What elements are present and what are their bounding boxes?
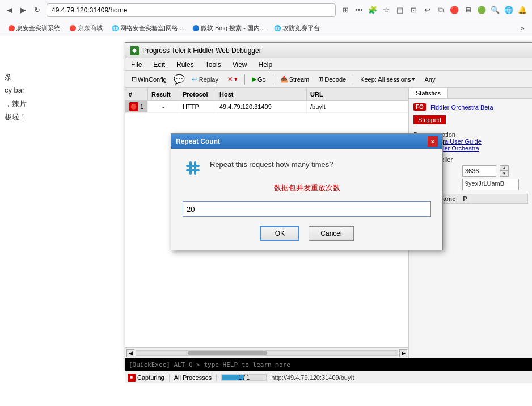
- dialog-subtitle: 数据包并发重放次数: [183, 183, 431, 193]
- fiddler-statusbar: ■ Capturing All Processes 1 / 1 http://4…: [125, 371, 532, 383]
- dialog-buttons: OK Cancel: [183, 226, 431, 241]
- dialog-header-row: Repeat this request how many times?: [183, 158, 431, 178]
- bookmark-item-3[interactable]: 🔵 微软 Bing 搜索 - 国内...: [189, 23, 268, 34]
- bookmark-item-0[interactable]: 🔴 息安全实训系统: [5, 23, 64, 34]
- svg-rect-0: [189, 161, 192, 175]
- dialog-content: Repeat this request how many times? 数据包并…: [171, 149, 442, 250]
- svg-rect-1: [194, 161, 196, 175]
- shield-icon[interactable]: 🔴: [449, 5, 459, 15]
- processes-label: All Processes: [174, 374, 212, 381]
- bookmark-label-1: 京东商城: [78, 24, 103, 32]
- more-icon[interactable]: •••: [354, 5, 364, 15]
- fiddler-window: ◆ Progress Telerik Fiddler Web Debugger …: [125, 42, 532, 371]
- svg-rect-3: [186, 169, 200, 171]
- bell-icon[interactable]: 🔔: [517, 5, 527, 15]
- capture-icon: ■: [128, 374, 136, 382]
- more-bookmarks-icon[interactable]: »: [517, 23, 527, 34]
- star-icon[interactable]: ☆: [381, 5, 391, 15]
- bookmark-item-4[interactable]: 🌐 攻防竞赛平台: [271, 23, 323, 34]
- bookmark-item-1[interactable]: 🔴 京东商城: [66, 23, 106, 34]
- bookmark-label-4: 攻防竞赛平台: [282, 24, 320, 32]
- sidebar-text: 条 cy bar ，辣片 极啦！: [5, 70, 27, 124]
- browser-bar: ◀ ▶ ↻ 49.4.79.120:31409/home ⊞ ••• 🧩 ☆ ▤…: [0, 0, 532, 20]
- bookmark-item-2[interactable]: 🌐 网络安全实验室|网络...: [108, 23, 187, 34]
- search-icon[interactable]: 🔍: [490, 5, 500, 15]
- back-icon[interactable]: ◀: [5, 5, 15, 15]
- dialog-titlebar: Repeat Count ×: [171, 134, 442, 149]
- reader-icon[interactable]: ⊡: [408, 5, 419, 15]
- capturing-label: Capturing: [137, 374, 164, 381]
- svg-rect-2: [186, 165, 200, 167]
- dialog-hash-icon: [183, 158, 203, 178]
- progress-bar-container: 1 / 1: [221, 374, 267, 381]
- page-bg: Logout 条 cy bar ，辣片 极啦！ ◆ Progress Teler…: [0, 36, 532, 406]
- all-processes-status[interactable]: All Processes: [174, 374, 217, 381]
- repeat-dialog: Repeat Count × Repeat thi: [171, 133, 443, 250]
- status-url: http://49.4.79.120:31409/buyIt: [271, 374, 354, 381]
- library-icon[interactable]: ▤: [395, 5, 405, 15]
- globe-icon[interactable]: 🌐: [504, 5, 514, 15]
- address-bar[interactable]: 49.4.79.120:31409/home: [47, 3, 336, 17]
- dialog-close-button[interactable]: ×: [428, 136, 438, 147]
- dialog-title: Repeat Count: [176, 137, 220, 145]
- bookmark-label-2: 网络安全实验室|网络...: [120, 24, 183, 32]
- capturing-status: ■ Capturing: [128, 374, 170, 382]
- forward-icon[interactable]: ▶: [18, 5, 28, 15]
- forward2-icon[interactable]: ⧉: [436, 5, 446, 15]
- cancel-button[interactable]: Cancel: [309, 226, 353, 241]
- refresh-icon[interactable]: ↻: [32, 5, 42, 15]
- bookmark-label-3: 微软 Bing 搜索 - 国内...: [201, 24, 265, 32]
- green-circle-icon[interactable]: 🟢: [476, 5, 487, 15]
- dialog-prompt: Repeat this request how many times?: [210, 158, 333, 169]
- dialog-overlay: Repeat Count × Repeat thi: [125, 43, 532, 371]
- back2-icon[interactable]: ↩: [422, 5, 432, 15]
- bookmark-label-0: 息安全实训系统: [16, 24, 60, 32]
- monitor-icon[interactable]: 🖥: [463, 5, 473, 15]
- bookmarks-bar: 🔴 息安全实训系统 🔴 京东商城 🌐 网络安全实验室|网络... 🔵 微软 Bi…: [0, 20, 532, 36]
- ok-button[interactable]: OK: [260, 226, 299, 241]
- address-text: 49.4.79.120:31409/home: [52, 6, 127, 14]
- grid-icon[interactable]: ⊞: [340, 5, 351, 15]
- puzzle-icon[interactable]: 🧩: [368, 5, 378, 15]
- repeat-count-input[interactable]: [183, 201, 431, 217]
- progress-text: 1 / 1: [239, 375, 250, 381]
